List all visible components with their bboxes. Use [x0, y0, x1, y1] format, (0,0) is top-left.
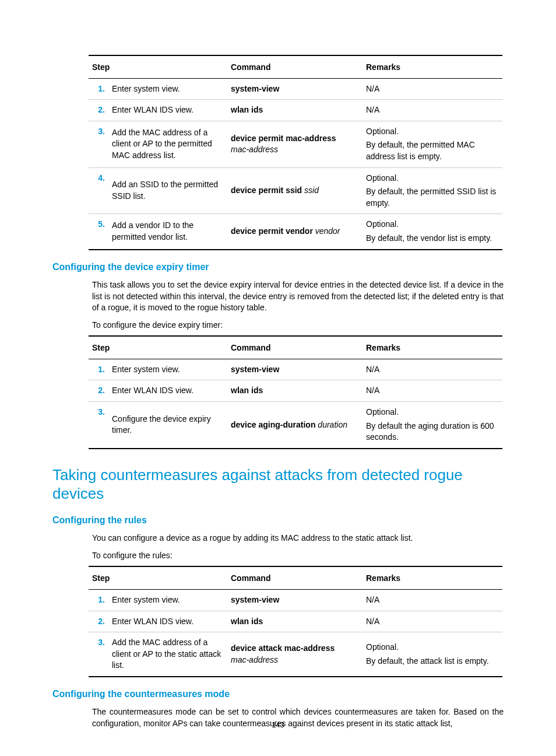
- command-keyword: system-view: [231, 595, 279, 604]
- command-cell: system-view: [227, 78, 363, 100]
- command-keyword: device attack mac-address: [231, 643, 335, 653]
- table-row: 1.Enter system view.system-viewN/A: [89, 359, 502, 380]
- paragraph-expiry-desc: This task allows you to set the device e…: [92, 279, 504, 314]
- paragraph-expiry-lead: To configure the device expiry timer:: [92, 320, 504, 331]
- step-description: Enter system view.: [108, 590, 227, 611]
- step-number: 2.: [89, 611, 108, 632]
- table-row: 1.Enter system view.system-viewN/A: [89, 78, 502, 100]
- step-description: Add the MAC address of a client or AP to…: [108, 121, 227, 167]
- step-number: 3.: [89, 402, 108, 449]
- remark-line: By default, the attack list is empty.: [366, 656, 499, 667]
- step-description: Configure the device expiry timer.: [108, 402, 227, 449]
- th-step: Step: [89, 336, 227, 359]
- remarks-cell: N/A: [363, 590, 502, 611]
- heading-countermeasures: Taking countermeasures against attacks f…: [52, 466, 504, 503]
- command-keyword: device permit vendor: [231, 226, 313, 236]
- remarks-cell: Optional.By default, the permitted SSID …: [363, 167, 502, 214]
- remarks-cell: Optional.By default, the vendor list is …: [363, 214, 502, 250]
- command-argument: ssid: [302, 186, 319, 195]
- command-keyword: system-view: [231, 365, 279, 374]
- remarks-cell: N/A: [363, 380, 502, 402]
- remark-line: By default, the permitted SSID list is e…: [366, 186, 499, 209]
- remarks-cell: Optional.By default, the attack list is …: [363, 632, 502, 677]
- remark-line: By default the aging duration is 600 sec…: [366, 421, 499, 443]
- step-number: 1.: [89, 78, 108, 100]
- step-number: 5.: [89, 214, 108, 250]
- command-argument: mac-address: [231, 655, 278, 664]
- remark-line: Optional.: [366, 407, 499, 418]
- paragraph-rules-lead: To configure the rules:: [92, 550, 504, 562]
- page-number: 143: [52, 720, 504, 730]
- command-cell: wlan ids: [227, 611, 363, 632]
- command-cell: system-view: [227, 590, 363, 611]
- step-description: Add a vendor ID to the permitted vendor …: [108, 214, 227, 250]
- command-keyword: system-view: [231, 84, 279, 93]
- step-number: 1.: [89, 590, 108, 611]
- command-keyword: device permit mac-address: [231, 134, 336, 143]
- remark-line: Optional.: [366, 173, 499, 184]
- table-row: 2.Enter WLAN IDS view.wlan idsN/A: [89, 611, 502, 632]
- th-command: Command: [227, 336, 363, 359]
- heading-device-expiry: Configuring the device expiry timer: [52, 261, 504, 274]
- remarks-cell: N/A: [363, 611, 502, 632]
- remark-line: N/A: [366, 616, 499, 628]
- command-cell: device aging-duration duration: [227, 402, 363, 449]
- th-step: Step: [89, 566, 227, 589]
- table-row: 5.Add a vendor ID to the permitted vendo…: [89, 214, 502, 250]
- remark-line: N/A: [366, 594, 499, 606]
- step-description: Add the MAC address of a client or AP to…: [108, 632, 227, 677]
- remark-line: By default, the vendor list is empty.: [366, 233, 499, 244]
- remark-line: Optional.: [366, 219, 499, 230]
- step-number: 2.: [89, 380, 108, 402]
- step-number: 1.: [89, 359, 108, 380]
- step-description: Enter WLAN IDS view.: [108, 611, 227, 632]
- table1-body: 1.Enter system view.system-viewN/A2.Ente…: [89, 78, 502, 249]
- command-argument: duration: [315, 420, 347, 429]
- command-cell: device permit vendor vendor: [227, 214, 363, 250]
- remarks-cell: Optional.By default the aging duration i…: [363, 402, 502, 449]
- command-argument: vendor: [313, 226, 340, 236]
- table3-body: 1.Enter system view.system-viewN/A2.Ente…: [89, 590, 502, 677]
- remark-line: By default, the permitted MAC address li…: [366, 139, 499, 162]
- remark-line: Optional.: [366, 642, 499, 653]
- step-description: Enter WLAN IDS view.: [108, 380, 227, 402]
- heading-rules: Configuring the rules: [52, 514, 504, 527]
- command-cell: device permit ssid ssid: [227, 167, 363, 214]
- table-row: 3.Add the MAC address of a client or AP …: [89, 632, 502, 677]
- command-cell: device attack mac-addressmac-address: [227, 632, 363, 677]
- th-command: Command: [227, 566, 363, 589]
- heading-countermeasures-mode: Configuring the countermeasures mode: [52, 688, 504, 701]
- table-row: 3.Add the MAC address of a client or AP …: [89, 121, 502, 167]
- step-number: 2.: [89, 100, 108, 121]
- table-expiry-timer: Step Command Remarks 1.Enter system view…: [89, 335, 502, 449]
- command-keyword: device aging-duration: [231, 420, 315, 429]
- th-step: Step: [89, 55, 227, 78]
- table2-body: 1.Enter system view.system-viewN/A2.Ente…: [89, 359, 502, 448]
- th-remarks: Remarks: [363, 55, 502, 78]
- command-argument: mac-address: [231, 145, 278, 154]
- table-row: 1.Enter system view.system-viewN/A: [89, 590, 502, 611]
- step-number: 4.: [89, 167, 108, 214]
- remarks-cell: Optional.By default, the permitted MAC a…: [363, 121, 502, 167]
- table-permit-lists: Step Command Remarks 1.Enter system view…: [89, 55, 502, 250]
- th-remarks: Remarks: [363, 336, 502, 359]
- th-remarks: Remarks: [363, 566, 502, 589]
- remark-line: N/A: [366, 385, 499, 397]
- command-keyword: wlan ids: [231, 105, 263, 114]
- table-rules: Step Command Remarks 1.Enter system view…: [89, 566, 502, 677]
- paragraph-rules-desc: You can configure a device as a rogue by…: [92, 533, 504, 544]
- command-cell: wlan ids: [227, 100, 363, 121]
- command-cell: device permit mac-addressmac-address: [227, 121, 363, 167]
- command-cell: system-view: [227, 359, 363, 380]
- table-row: 4.Add an SSID to the permitted SSID list…: [89, 167, 502, 214]
- remark-line: N/A: [366, 364, 499, 376]
- command-keyword: device permit ssid: [231, 186, 302, 195]
- step-description: Enter system view.: [108, 359, 227, 380]
- step-number: 3.: [89, 632, 108, 677]
- remark-line: Optional.: [366, 126, 499, 138]
- remarks-cell: N/A: [363, 78, 502, 100]
- remark-line: N/A: [366, 104, 499, 116]
- step-description: Enter system view.: [108, 78, 227, 100]
- table-row: 2.Enter WLAN IDS view.wlan idsN/A: [89, 380, 502, 402]
- th-command: Command: [227, 55, 363, 78]
